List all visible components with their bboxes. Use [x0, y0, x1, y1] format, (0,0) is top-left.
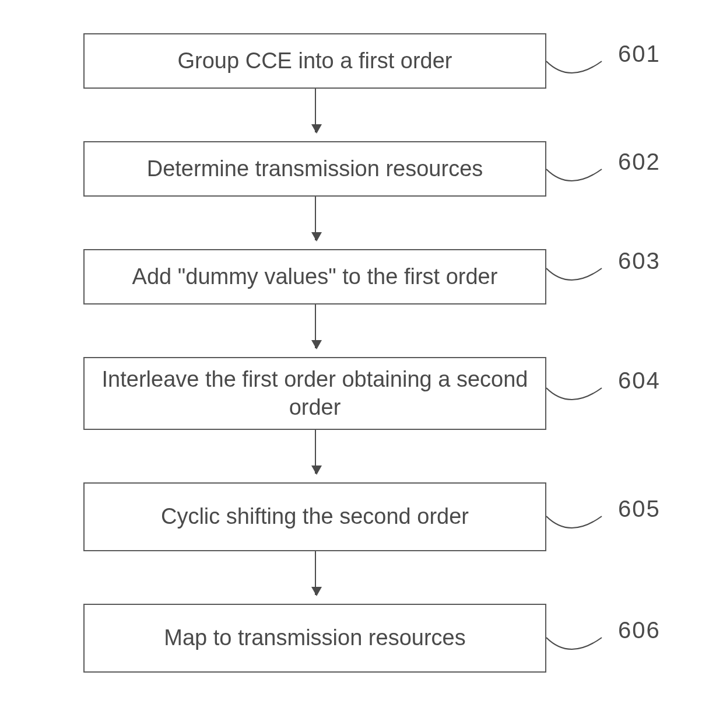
- arrow-2-3: [315, 197, 316, 240]
- step-label-4: Interleave the first order obtaining a s…: [95, 366, 535, 421]
- leader-line-3: [546, 260, 610, 283]
- step-box-5: Cyclic shifting the second order: [83, 482, 546, 551]
- step-label-1: Group CCE into a first order: [178, 47, 452, 75]
- ref-label-4: 604: [618, 368, 661, 394]
- flowchart-canvas: Group CCE into a first order 601 Determi…: [0, 0, 723, 728]
- ref-label-1: 601: [618, 41, 661, 67]
- step-label-2: Determine transmission resources: [147, 155, 483, 183]
- leader-line-6: [546, 629, 610, 652]
- leader-line-5: [546, 508, 610, 531]
- arrow-5-6: [315, 551, 316, 595]
- leader-line-2: [546, 160, 610, 184]
- leader-line-4: [546, 379, 610, 402]
- step-label-5: Cyclic shifting the second order: [161, 503, 469, 531]
- step-label-6: Map to transmission resources: [164, 624, 465, 652]
- step-box-4: Interleave the first order obtaining a s…: [83, 357, 546, 430]
- arrow-4-5: [315, 430, 316, 474]
- step-box-2: Determine transmission resources: [83, 141, 546, 197]
- leader-line-1: [546, 52, 610, 76]
- ref-label-5: 605: [618, 496, 661, 522]
- ref-label-2: 602: [618, 149, 661, 175]
- step-box-1: Group CCE into a first order: [83, 33, 546, 89]
- arrow-3-4: [315, 304, 316, 348]
- arrow-1-2: [315, 89, 316, 132]
- ref-label-6: 606: [618, 617, 661, 643]
- step-box-6: Map to transmission resources: [83, 604, 546, 673]
- ref-label-3: 603: [618, 248, 661, 274]
- step-box-3: Add "dummy values" to the first order: [83, 249, 546, 304]
- step-label-3: Add "dummy values" to the first order: [132, 263, 498, 291]
